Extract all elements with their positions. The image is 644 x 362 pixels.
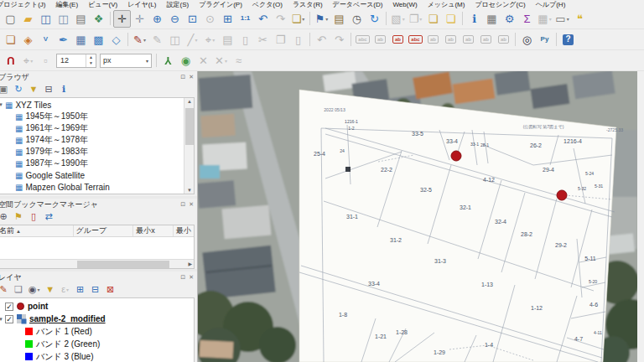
scroll-down-icon[interactable]: ▼ (184, 188, 195, 193)
bookmark-float-icon[interactable]: ⊡ (180, 201, 185, 208)
menu-item-e[interactable]: 編集(E) (50, 0, 83, 9)
menu-item-l[interactable]: レイヤ(L) (122, 0, 161, 9)
snap-tolerance-input[interactable]: 12▲▼ (56, 54, 96, 68)
spinner-arrows[interactable]: ▲▼ (86, 54, 96, 67)
python-console-button[interactable]: Py (536, 31, 553, 49)
bookmark-close-icon[interactable]: ✕ (189, 201, 194, 208)
zoom-last-button[interactable]: ↶ (254, 10, 272, 28)
spin-down-icon[interactable]: ▼ (86, 60, 96, 66)
select-by-form-button[interactable]: ❏ (442, 10, 460, 28)
browser-item[interactable]: ▦Mapzen Global Terrain (0, 181, 184, 193)
new-temporary-scratch-layer-button[interactable]: ✒ (55, 31, 72, 49)
identify-features-button[interactable]: ℹ (465, 10, 483, 28)
menu-item-p[interactable]: プラグイン(P) (194, 0, 247, 9)
save-project-as-button[interactable]: ◫ (55, 10, 72, 28)
remove-layer-button[interactable]: ⊠ (104, 283, 117, 297)
measure-button[interactable]: ▭▾ (553, 10, 571, 28)
menu-item-m[interactable]: メッシュ(M) (423, 0, 470, 9)
manage-map-themes-button[interactable]: ◉▾ (27, 283, 42, 297)
processing-toolbox-button[interactable]: ⚙ (501, 10, 518, 28)
pin-unpin-labels-button[interactable]: ab (389, 31, 407, 49)
add-bookmark-button[interactable]: ⚑ (12, 210, 25, 224)
layer-checkbox[interactable]: ✓ (5, 315, 13, 323)
browser-item[interactable]: ▦1974年～1978年 (0, 134, 184, 146)
point-feature[interactable] (451, 151, 462, 162)
new-virtual-layer-button[interactable]: ◇ (107, 31, 125, 49)
menu-item-j[interactable]: プロジェクト(J) (0, 0, 50, 9)
hscroll-right-icon[interactable]: ▶ (188, 261, 192, 266)
browser-item[interactable]: ▦1979年～1983年 (0, 146, 184, 158)
zoom-out-button[interactable]: ⊖ (166, 10, 184, 28)
menu-item-c[interactable]: プロセシング(C) (470, 0, 530, 9)
save-project-button[interactable]: ◫ (37, 10, 55, 28)
pan-to-selection-button[interactable]: ✛ (131, 10, 148, 28)
pan-map-button[interactable]: ✛ (113, 10, 131, 28)
bookmark-hscrollbar[interactable]: ▶ (0, 259, 194, 268)
layers-float-icon[interactable]: ⊡ (180, 274, 185, 281)
spin-up-icon[interactable]: ▲ (86, 54, 96, 60)
browser-properties-button[interactable]: ℹ (57, 83, 70, 96)
snap-units-select[interactable]: px▾ (100, 54, 152, 68)
browser-filter-button[interactable]: ▼ (27, 83, 40, 96)
browser-item[interactable]: ▦1945年～1950年 (0, 111, 184, 122)
new-spatial-bookmark-button[interactable]: ⚑▾ (313, 10, 330, 28)
browser-refresh-button[interactable]: ↻ (12, 83, 25, 96)
enable-snapping-button[interactable]: U (2, 52, 19, 70)
expand-all-button[interactable]: ⊞ (74, 283, 87, 297)
browser-close-icon[interactable]: ✕ (189, 74, 194, 80)
data-source-manager-button[interactable]: ❏ (2, 31, 19, 49)
temporal-controller-button[interactable]: ◷ (348, 10, 366, 28)
topological-editing-button[interactable]: Y (159, 52, 177, 70)
add-group-button[interactable]: ❏ (12, 283, 25, 297)
menu-item-h[interactable]: ヘルプ(H) (531, 0, 571, 9)
deselect-all-button[interactable]: ❏ (424, 10, 442, 28)
new-geopackage-layer-button[interactable]: ◈ (19, 31, 37, 49)
new-print-layout-button[interactable]: ▤ (72, 10, 90, 28)
new-map-view-button[interactable]: ❏▾ (289, 10, 307, 28)
import-export-bookmarks-button[interactable]: ⇄ (42, 210, 55, 224)
bookmark-column-header[interactable]: 名前▲ (0, 225, 74, 236)
open-project-button[interactable]: ▰ (19, 10, 37, 28)
scroll-thumb[interactable] (185, 108, 194, 145)
browser-item[interactable]: ▦1961年～1969年 (0, 122, 184, 134)
open-layer-styling-button[interactable]: ✎ (0, 283, 10, 297)
map-canvas[interactable]: 2022 05/13(公図転写 第7図まで)-2725.331216-11-22… (198, 71, 637, 362)
filter-legend-button[interactable]: ▼ (44, 283, 57, 297)
menu-item-r[interactable]: ラスタ(R) (288, 0, 328, 9)
browser-float-icon[interactable]: ⊡ (180, 74, 185, 80)
current-edits-button[interactable]: ✎▾ (131, 31, 148, 49)
style-manager-button[interactable]: ❖ (90, 10, 107, 28)
enable-tracing-button[interactable]: ◉ (177, 52, 195, 70)
statistical-summary-button[interactable]: ▦ (483, 10, 501, 28)
browser-collapse-all-button[interactable]: ⊟ (42, 83, 55, 96)
scroll-up-icon[interactable]: ▲ (184, 99, 195, 104)
menu-item-o[interactable]: ベクタ(O) (247, 0, 288, 9)
menu-item-v[interactable]: ビュー(V) (83, 0, 122, 9)
zoom-to-layer-button[interactable]: ⊞ (219, 10, 236, 28)
browser-scrollbar[interactable]: ▲ ▼ (184, 98, 194, 194)
zoom-to-bookmark-button[interactable]: ⊕ (0, 210, 10, 224)
refresh-map-button[interactable]: ↻ (366, 10, 383, 28)
bookmark-column-header[interactable]: グループ (74, 225, 134, 236)
menu-item-s[interactable]: 設定(S) (162, 0, 195, 9)
highlight-pinned-labels-button[interactable]: abc (407, 31, 424, 49)
collapse-all-button[interactable]: ⊟ (89, 283, 102, 297)
browser-item[interactable]: ▦1987年～1990年 (0, 158, 184, 169)
menu-item-d[interactable]: データベース(D) (328, 0, 388, 9)
layer-item-sample-2-modified[interactable]: ▾✓sample-2_modified (0, 313, 194, 325)
zoom-full-button[interactable]: ⊡ (184, 10, 201, 28)
point-feature[interactable] (557, 190, 568, 201)
new-project-button[interactable]: ▢ (2, 10, 19, 28)
bookmark-column-header[interactable]: 最小x (133, 225, 174, 236)
delete-bookmark-button[interactable]: ▯ (27, 210, 40, 224)
new-spatialite-layer-button[interactable]: ▦ (72, 31, 90, 49)
layers-close-icon[interactable]: ✕ (189, 274, 194, 281)
map-tips-button[interactable]: ❝ (571, 10, 589, 28)
browser-item[interactable]: ▦Google Satellite (0, 169, 184, 181)
show-statistics-button[interactable]: Σ (518, 10, 536, 28)
show-spatial-bookmarks-button[interactable]: ▤ (330, 10, 348, 28)
zoom-native-button[interactable]: 1:1 (236, 10, 254, 28)
menu-item-webw[interactable]: Web(W) (387, 1, 422, 8)
zoom-in-button[interactable]: ⊕ (148, 10, 166, 28)
layer-item-point[interactable]: ✓point (0, 300, 194, 313)
